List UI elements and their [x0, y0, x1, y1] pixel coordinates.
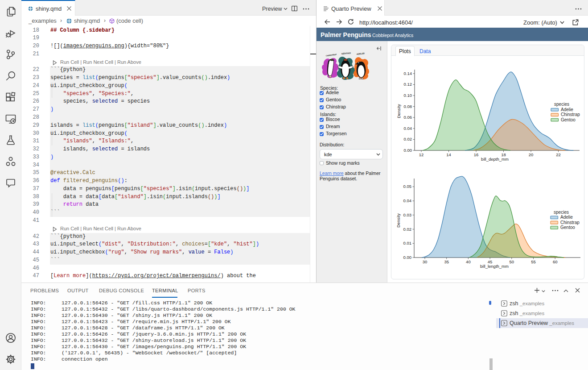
svg-text:20: 20	[529, 152, 534, 157]
svg-text:Gentoo: Gentoo	[560, 225, 575, 230]
svg-text:0.03: 0.03	[403, 212, 412, 217]
svg-text:0.10: 0.10	[404, 93, 412, 98]
svg-text:12: 12	[419, 152, 424, 157]
svg-text:40: 40	[466, 259, 471, 264]
svg-text:Chinstrap: Chinstrap	[560, 220, 580, 225]
svg-text:species: species	[554, 210, 569, 215]
svg-text:35: 35	[444, 259, 449, 264]
svg-text:0.06: 0.06	[404, 115, 412, 120]
svg-text:GENTOO!: GENTOO!	[341, 52, 351, 55]
svg-text:0.01: 0.01	[403, 241, 412, 245]
svg-text:50: 50	[510, 259, 514, 264]
svg-text:55: 55	[531, 259, 536, 264]
svg-text:0.04: 0.04	[403, 198, 412, 203]
svg-text:60: 60	[553, 259, 558, 264]
svg-text:0.08: 0.08	[404, 104, 412, 109]
svg-text:Adelie: Adelie	[560, 215, 573, 220]
svg-text:bill_length_mm: bill_length_mm	[480, 264, 509, 269]
svg-text:14: 14	[446, 152, 451, 157]
svg-text:0.02: 0.02	[403, 227, 412, 232]
svg-text:0.04: 0.04	[404, 126, 412, 131]
svg-text:22: 22	[556, 152, 561, 157]
svg-text:16: 16	[474, 152, 479, 157]
svg-text:species: species	[554, 102, 569, 107]
svg-text:CHINSTRAP: CHINSTRAP	[326, 54, 337, 57]
svg-text:30: 30	[423, 259, 428, 264]
svg-text:ADELIE!: ADELIE!	[357, 52, 365, 55]
svg-text:0.05: 0.05	[403, 184, 412, 189]
svg-text:0.14: 0.14	[404, 71, 412, 76]
svg-text:Adelie: Adelie	[561, 107, 573, 112]
svg-text:0.12: 0.12	[404, 82, 412, 87]
svg-text:0.00: 0.00	[403, 255, 412, 260]
svg-text:0.00: 0.00	[404, 148, 412, 153]
svg-text:Density: Density	[396, 104, 401, 118]
svg-text:Chinstrap: Chinstrap	[561, 112, 580, 117]
svg-text:Density: Density	[396, 213, 401, 228]
svg-text:0.02: 0.02	[404, 137, 412, 141]
svg-text:Gentoo: Gentoo	[561, 117, 576, 122]
svg-text:bill_depth_mm: bill_depth_mm	[481, 157, 509, 162]
